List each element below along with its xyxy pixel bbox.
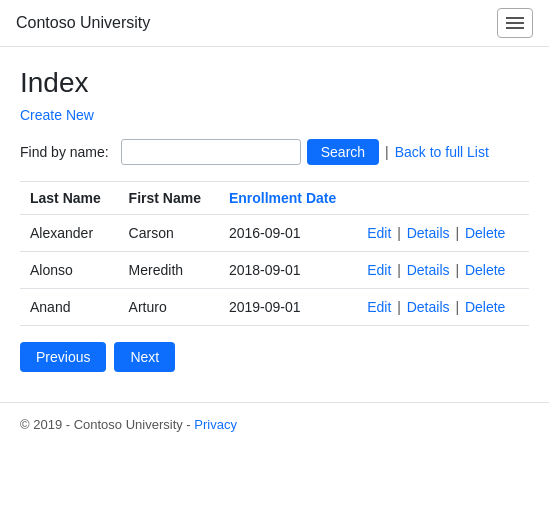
cell-last-name: Alexander xyxy=(20,215,119,252)
edit-link[interactable]: Edit xyxy=(367,225,391,241)
pagination: Previous Next xyxy=(20,342,529,372)
toggler-line-3 xyxy=(506,27,524,29)
delete-link[interactable]: Delete xyxy=(465,225,505,241)
main-content: Index Create New Find by name: Search | … xyxy=(0,47,549,402)
cell-enrollment-date: 2018-09-01 xyxy=(219,252,357,289)
delete-link[interactable]: Delete xyxy=(465,262,505,278)
details-link[interactable]: Details xyxy=(407,225,450,241)
edit-link[interactable]: Edit xyxy=(367,299,391,315)
search-row: Find by name: Search | Back to full List xyxy=(20,139,529,165)
cell-last-name: Anand xyxy=(20,289,119,326)
cell-last-name: Alonso xyxy=(20,252,119,289)
navbar-brand: Contoso University xyxy=(16,14,150,32)
cell-first-name: Meredith xyxy=(119,252,219,289)
create-new-link[interactable]: Create New xyxy=(20,107,94,123)
col-header-enrollment-date: Enrollment Date xyxy=(219,182,357,215)
cell-first-name: Arturo xyxy=(119,289,219,326)
cell-actions: Edit | Details | Delete xyxy=(357,215,529,252)
pipe-1: | xyxy=(397,225,401,241)
previous-button[interactable]: Previous xyxy=(20,342,106,372)
col-header-first-name: First Name xyxy=(119,182,219,215)
page-title: Index xyxy=(20,67,529,99)
pipe-1: | xyxy=(397,262,401,278)
pipe-2: | xyxy=(455,299,459,315)
table-row: Alexander Carson 2016-09-01 Edit | Detai… xyxy=(20,215,529,252)
table-row: Alonso Meredith 2018-09-01 Edit | Detail… xyxy=(20,252,529,289)
search-label: Find by name: xyxy=(20,144,109,160)
students-table: Last Name First Name Enrollment Date Ale… xyxy=(20,181,529,326)
col-header-actions xyxy=(357,182,529,215)
pipe-divider: | xyxy=(385,144,389,160)
table-row: Anand Arturo 2019-09-01 Edit | Details |… xyxy=(20,289,529,326)
toggler-line-2 xyxy=(506,22,524,24)
col-header-last-name: Last Name xyxy=(20,182,119,215)
footer: © 2019 - Contoso University - Privacy xyxy=(0,402,549,446)
cell-actions: Edit | Details | Delete xyxy=(357,289,529,326)
pipe-1: | xyxy=(397,299,401,315)
cell-enrollment-date: 2019-09-01 xyxy=(219,289,357,326)
delete-link[interactable]: Delete xyxy=(465,299,505,315)
details-link[interactable]: Details xyxy=(407,299,450,315)
cell-actions: Edit | Details | Delete xyxy=(357,252,529,289)
search-button[interactable]: Search xyxy=(307,139,379,165)
cell-first-name: Carson xyxy=(119,215,219,252)
privacy-link[interactable]: Privacy xyxy=(194,417,237,432)
navbar-toggler[interactable] xyxy=(497,8,533,38)
footer-text: © 2019 - Contoso University - xyxy=(20,417,191,432)
edit-link[interactable]: Edit xyxy=(367,262,391,278)
back-to-full-list-link[interactable]: Back to full List xyxy=(395,144,489,160)
toggler-line-1 xyxy=(506,17,524,19)
cell-enrollment-date: 2016-09-01 xyxy=(219,215,357,252)
pipe-2: | xyxy=(455,225,459,241)
details-link[interactable]: Details xyxy=(407,262,450,278)
navbar: Contoso University xyxy=(0,0,549,47)
table-header-row: Last Name First Name Enrollment Date xyxy=(20,182,529,215)
next-button[interactable]: Next xyxy=(114,342,175,372)
pipe-2: | xyxy=(455,262,459,278)
search-input[interactable] xyxy=(121,139,301,165)
